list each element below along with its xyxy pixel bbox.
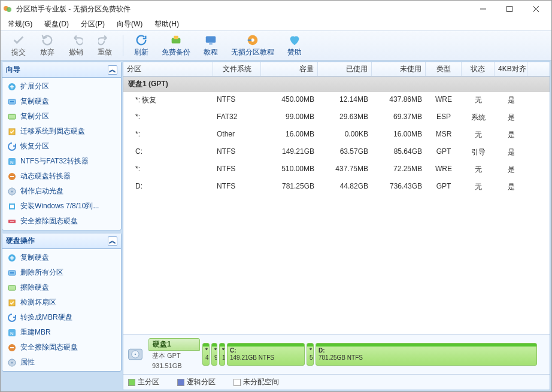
cell-used: 0.00KB: [318, 129, 372, 141]
cell-cap: 16.00MB: [261, 129, 318, 141]
discard-label: 放弃: [40, 47, 54, 57]
col-fs[interactable]: 文件系统: [213, 62, 261, 76]
minimize-button[interactable]: [470, 1, 496, 17]
col-partition[interactable]: 分区: [123, 62, 213, 76]
backup-button[interactable]: 免费备份: [156, 32, 196, 59]
side-icon: [7, 313, 17, 323]
disk-segment[interactable]: *5: [307, 343, 314, 366]
cell-free: 85.64GB: [372, 146, 426, 159]
tutorial-button[interactable]: 教程: [196, 32, 225, 59]
wizard-item-7[interactable]: 制作启动光盘: [2, 184, 121, 199]
wizard-item-2[interactable]: 复制分区: [2, 109, 121, 124]
col-type[interactable]: 类型: [426, 62, 462, 76]
wizard-item-4[interactable]: 恢复分区: [2, 139, 121, 154]
side-icon: [7, 142, 17, 151]
menu-item-0[interactable]: 常规(G): [3, 18, 37, 31]
side-label: 重建MBR: [20, 327, 51, 338]
side-icon: [7, 172, 17, 181]
wizard-item-1[interactable]: 复制硬盘: [2, 94, 121, 109]
redo-icon: [98, 34, 111, 47]
disk-group-header[interactable]: 硬盘1 (GPT): [123, 77, 550, 92]
svg-point-35: [135, 354, 137, 355]
cell-used: 44.82GB: [318, 181, 372, 193]
legend-logical: 逻辑分区: [177, 377, 216, 387]
cell-cap: 149.21GB: [261, 146, 318, 159]
partition-row[interactable]: *:Other16.00MB0.00KB16.00MBMSR无是: [123, 126, 550, 144]
wizard-item-3[interactable]: 迁移系统到固态硬盘: [2, 124, 121, 139]
cell-used: 63.57GB: [318, 146, 372, 159]
wizard-panel-header[interactable]: 向导 ︽: [2, 62, 121, 78]
side-label: 转换成MBR硬盘: [20, 312, 72, 323]
disk-segment[interactable]: *9: [211, 343, 217, 366]
tutorial-label: 教程: [204, 47, 218, 57]
disk-info[interactable]: 硬盘1 基本 GPT 931.51GB: [148, 338, 200, 370]
collapse-icon[interactable]: ︽: [108, 65, 117, 75]
diskop-item-0[interactable]: 复制硬盘: [2, 250, 121, 265]
partition-row[interactable]: C:NTFS149.21GB63.57GB85.64GBGPT引导是: [123, 144, 550, 161]
discard-button[interactable]: 放弃: [33, 32, 62, 59]
cell-align: 是: [495, 111, 527, 124]
undo-button[interactable]: 撤销: [62, 32, 90, 59]
disk-ops-header[interactable]: 硬盘操作 ︽: [2, 233, 121, 249]
side-icon: N: [7, 328, 17, 338]
menu-item-2[interactable]: 分区(P): [76, 18, 110, 31]
cell-drive: *:: [123, 163, 213, 176]
disk-segment[interactable]: *4: [202, 343, 210, 366]
menu-item-3[interactable]: 向导(W): [112, 18, 147, 31]
cell-status: 引导: [462, 146, 495, 159]
menu-item-4[interactable]: 帮助(H): [150, 18, 184, 31]
redo-button[interactable]: 重做: [90, 32, 119, 59]
cell-fs: NTFS: [213, 146, 261, 159]
svg-text:N: N: [10, 160, 14, 165]
partition-row[interactable]: *:NTFS510.00MB437.75MB72.25MBWRE无是: [123, 161, 550, 178]
list-body: 硬盘1 (GPT) *: 恢复NTFS450.00MB12.14MB437.86…: [123, 77, 550, 334]
partition-row[interactable]: *: 恢复NTFS450.00MB12.14MB437.86MBWRE无是: [123, 92, 550, 109]
wizard-item-8[interactable]: 安装Windows 7/8/10到...: [2, 199, 121, 214]
wizard-item-9[interactable]: 安全擦除固态硬盘: [2, 214, 121, 229]
cell-drive: D:: [123, 181, 213, 193]
col-align[interactable]: 4KB对齐: [495, 62, 527, 76]
wizard-item-0[interactable]: 扩展分区: [2, 79, 121, 94]
donate-label: 赞助: [287, 47, 302, 57]
check-icon: [12, 34, 25, 47]
cell-status: 无: [462, 163, 495, 176]
side-label: 检测坏扇区: [20, 297, 56, 308]
lossless-tutorial-button[interactable]: 无损分区教程: [225, 32, 280, 59]
diskop-item-5[interactable]: N重建MBR: [2, 325, 121, 340]
disk-map-meta1: 基本 GPT: [148, 351, 200, 360]
diskop-item-6[interactable]: 安全擦除固态硬盘: [2, 340, 121, 355]
disk-segment[interactable]: C:149.21GB NTFS: [227, 343, 305, 366]
cell-status: 无: [462, 181, 495, 193]
wizard-item-6[interactable]: 动态硬盘转换器: [2, 169, 121, 184]
disk-ops-title: 硬盘操作: [6, 236, 35, 246]
diskop-item-3[interactable]: 检测坏扇区: [2, 295, 121, 310]
col-capacity[interactable]: 容量: [261, 62, 318, 76]
content-area: 向导 ︽ 扩展分区复制硬盘复制分区迁移系统到固态硬盘恢复分区NNTFS与FAT3…: [1, 60, 551, 391]
diskop-item-7[interactable]: 属性: [2, 355, 121, 370]
cell-drive: *:: [123, 129, 213, 141]
disk-segment[interactable]: D:781.25GB NTFS: [316, 343, 537, 366]
side-label: 复制硬盘: [20, 253, 49, 263]
diskop-item-1[interactable]: 删除所有分区: [2, 265, 121, 280]
disk-map-meta2: 931.51GB: [148, 361, 200, 370]
refresh-button[interactable]: 刷新: [127, 32, 156, 59]
disk-segment[interactable]: *1: [219, 343, 225, 366]
cell-type: WRE: [426, 163, 462, 176]
diskop-item-4[interactable]: 转换成MBR硬盘: [2, 310, 121, 325]
partition-row[interactable]: *:FAT3299.00MB29.63MB69.37MBESP系统是: [123, 109, 550, 126]
donate-button[interactable]: 赞助: [280, 32, 309, 59]
titlebar: 分区助手专业版 - 无损分区免费软件: [1, 1, 551, 17]
close-button[interactable]: [523, 1, 549, 17]
heart-icon: [288, 34, 301, 47]
collapse-icon[interactable]: ︽: [108, 236, 117, 246]
wizard-item-5[interactable]: NNTFS与FAT32转换器: [2, 154, 121, 169]
col-used[interactable]: 已使用: [318, 62, 372, 76]
col-free[interactable]: 未使用: [372, 62, 426, 76]
side-label: 动态硬盘转换器: [20, 171, 71, 181]
maximize-button[interactable]: [496, 1, 523, 17]
menu-item-1[interactable]: 硬盘(D): [40, 18, 74, 31]
commit-button[interactable]: 提交: [4, 32, 33, 59]
partition-row[interactable]: D:NTFS781.25GB44.82GB736.43GBGPT无是: [123, 178, 550, 196]
col-status[interactable]: 状态: [462, 62, 495, 76]
diskop-item-2[interactable]: 擦除硬盘: [2, 280, 121, 295]
